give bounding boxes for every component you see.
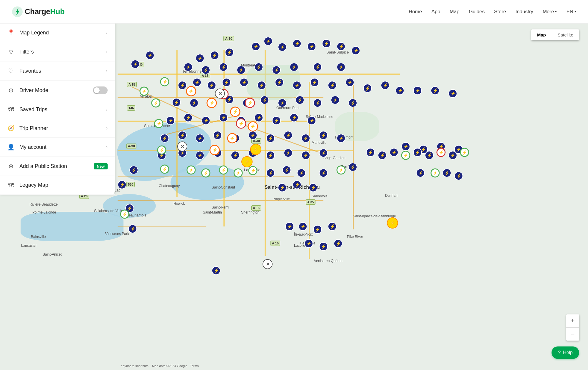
map-label-lancaster: Lancaster bbox=[21, 244, 37, 248]
nav-store[interactable]: Store bbox=[494, 9, 506, 15]
map-label-dunham: Dunham bbox=[385, 194, 398, 198]
menu-item-filters[interactable]: ▽ Filters › bbox=[0, 42, 115, 61]
menu-item-trip-planner[interactable]: 🧭 Trip Planner › bbox=[0, 119, 115, 138]
filters-arrow-icon: › bbox=[106, 49, 108, 54]
menu-item-my-account[interactable]: 👤 My account › bbox=[0, 138, 115, 157]
highway-badge-530: 530 bbox=[126, 182, 135, 187]
trip-planner-icon: 🧭 bbox=[7, 125, 15, 131]
zoom-out-button[interactable]: − bbox=[566, 328, 579, 341]
map-label-chateauguay: Chateauguay bbox=[159, 184, 180, 188]
more-chevron-icon: ▾ bbox=[555, 10, 557, 14]
map-label-stIgnace: Saint-Ignace-de-Stanbridge bbox=[353, 214, 396, 218]
zoom-in-button[interactable]: + bbox=[566, 314, 579, 327]
nav-industry[interactable]: Industry bbox=[515, 9, 533, 15]
green-area1 bbox=[247, 65, 300, 100]
my-account-icon: 👤 bbox=[7, 144, 15, 151]
nav-language[interactable]: EN ▾ bbox=[566, 9, 576, 15]
legacy-map-icon: 🗺 bbox=[7, 182, 15, 189]
logo[interactable]: ChargeHub bbox=[12, 6, 65, 17]
map-label-mE: Montréal-E. bbox=[241, 63, 259, 67]
highway-badge-a146: 146 bbox=[127, 105, 135, 111]
zoom-controls: + − bbox=[566, 314, 579, 341]
lang-chevron-icon: ▾ bbox=[574, 10, 576, 14]
highway-badge-a15: A 15 bbox=[200, 73, 210, 78]
trip-planner-arrow-icon: › bbox=[106, 126, 108, 131]
map-label-marieville: Marieville bbox=[312, 141, 327, 145]
header: ChargeHub Home App Map Guides Store Indu… bbox=[0, 0, 588, 24]
driver-mode-toggle[interactable] bbox=[93, 86, 108, 94]
my-account-arrow-icon: › bbox=[106, 144, 108, 150]
map-label-salaberry: Salaberry-de-Valleyfield bbox=[94, 209, 131, 213]
highway-h5 bbox=[118, 176, 294, 177]
highway-badge-a640: A 640 bbox=[132, 62, 144, 67]
nav-home[interactable]: Home bbox=[409, 9, 422, 15]
map-label-pointeL: Pointe-Lalonde bbox=[32, 210, 56, 214]
map-satellite-toggle: Map Satellite bbox=[531, 29, 579, 40]
help-label: Help bbox=[563, 350, 573, 355]
map-label-napierville: Napierville bbox=[273, 197, 290, 201]
favorites-icon: ♡ bbox=[7, 67, 15, 74]
favorites-arrow-icon: › bbox=[106, 68, 108, 74]
map-label-angeG: Ange-Gardien bbox=[323, 156, 345, 160]
map-legend-icon: 📍 bbox=[7, 29, 15, 36]
map-label-stconst: Saint-Constant bbox=[212, 185, 235, 189]
terms-link[interactable]: Terms bbox=[190, 364, 199, 368]
highway-v5 bbox=[353, 82, 354, 229]
help-icon: ? bbox=[558, 350, 561, 355]
highway-h4 bbox=[118, 150, 353, 151]
map-label-laprairie: La Prairie bbox=[244, 168, 260, 172]
highway-v2 bbox=[223, 50, 225, 226]
map-label-howick: Howick bbox=[173, 201, 185, 206]
highway-badge-a15-3: A 15 bbox=[251, 205, 261, 211]
highway-badge-a15-2: A 15 bbox=[127, 82, 137, 87]
map-label-batisseurs: Bâtisseurs Park bbox=[104, 232, 129, 236]
nav-map[interactable]: Map bbox=[450, 9, 460, 15]
keyboard-shortcuts-link[interactable]: Keyboard shortcuts bbox=[121, 364, 148, 368]
saved-trips-icon: 🗺 bbox=[7, 106, 15, 113]
map-label-stMad: Sainte-Madeleine bbox=[306, 115, 333, 119]
map-legend-arrow-icon: › bbox=[106, 30, 108, 35]
nav-more[interactable]: More ▾ bbox=[543, 9, 557, 15]
main-nav: Home App Map Guides Store Industry More … bbox=[409, 9, 576, 15]
map-label-sulpice: Saint-Sulpice bbox=[326, 50, 349, 54]
menu-label-driver-mode: Driver Mode bbox=[19, 87, 88, 94]
nav-app[interactable]: App bbox=[431, 9, 440, 15]
highway-badge-a30-3: A-30 bbox=[126, 144, 136, 149]
highway-badge-a35: A 35 bbox=[306, 199, 315, 205]
map-label-stmartin: Saint-Martin bbox=[203, 210, 222, 214]
new-badge: New bbox=[94, 163, 108, 169]
menu-label-filters: Filters bbox=[19, 49, 101, 55]
help-button[interactable]: ? Help bbox=[552, 346, 579, 359]
menu-item-add-public-station[interactable]: ⊕ Add a Public Station New bbox=[0, 157, 115, 176]
filters-icon: ▽ bbox=[7, 48, 15, 55]
menu-item-legacy-map[interactable]: 🗺 Legacy Map bbox=[0, 176, 115, 195]
map-label-anicet: Saint-Anicet bbox=[43, 252, 62, 256]
sidebar-panel: ✕ 🔍 ⊕ 📍 Map Legend › ▽ Filters › ♡ Favor… bbox=[0, 0, 115, 195]
map-label-rougemont: Rougemont bbox=[335, 135, 353, 139]
map-label-otterburn: Otterburn Park bbox=[276, 106, 300, 110]
map-label-venise: Venise-en-Québec bbox=[314, 259, 343, 263]
highway-badge-a30: A-30 bbox=[223, 36, 234, 41]
menu-item-favorites[interactable]: ♡ Favorites › bbox=[0, 61, 115, 81]
map-label-sherrington: Sherrington bbox=[241, 210, 259, 214]
menu-item-map-legend[interactable]: 📍 Map Legend › bbox=[0, 23, 115, 42]
map-data-text: Map data ©2024 Google bbox=[152, 364, 187, 368]
map-label-beauharnois: Beauharnois bbox=[126, 213, 146, 217]
menu-item-driver-mode[interactable]: ⊙ Driver Mode bbox=[0, 81, 115, 100]
map-label-bainsville: Bainsville bbox=[31, 235, 46, 239]
map-label-sjr: Saint-Jean-sur-Richelieu bbox=[265, 185, 320, 190]
map-view-button[interactable]: Map bbox=[531, 29, 552, 40]
map-label-terr: Terrebonne bbox=[182, 69, 202, 74]
menu-label-my-account: My account bbox=[19, 144, 101, 150]
nav-guides[interactable]: Guides bbox=[469, 9, 485, 15]
highway-badge-a30-2: A-30 bbox=[251, 138, 261, 144]
map-label-ileN: Île-aux-Noix bbox=[294, 232, 313, 236]
menu-label-legacy-map: Legacy Map bbox=[19, 182, 108, 188]
highway-h7 bbox=[118, 226, 206, 227]
road-diag1 bbox=[129, 85, 209, 124]
satellite-view-button[interactable]: Satellite bbox=[552, 29, 579, 40]
highway-h6 bbox=[118, 200, 323, 201]
highway-badge-a15-4: A 15 bbox=[270, 241, 280, 246]
chargehub-logo-icon bbox=[12, 6, 23, 17]
menu-item-saved-trips[interactable]: 🗺 Saved Trips › bbox=[0, 100, 115, 119]
